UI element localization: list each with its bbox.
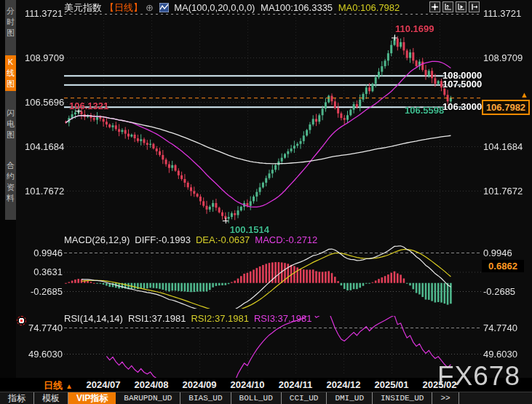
price-up-arrow-icon: ▲ <box>520 90 528 99</box>
month-label: 2024/10 <box>231 379 265 390</box>
ma100-value: MA100:106.3335 <box>261 2 333 13</box>
ma-settings: MA(100,0,20,0,0,0) <box>174 2 255 13</box>
rsi-params: RSI(14,14,14) <box>64 313 123 324</box>
macd-params: MACD(26,12,9) <box>64 234 130 245</box>
rsi-header: RSI(14,14,14)RSI1:37.1981RSI2:37.1981RSI… <box>64 313 317 324</box>
macd-dea: DEA:-0.0637 <box>196 234 250 245</box>
fx678-watermark: FX678 <box>437 361 520 392</box>
crosshair-icon[interactable] <box>429 1 440 12</box>
indicator-tab[interactable]: INSIDE_UD <box>373 392 432 404</box>
sidebar-tab-contract-info[interactable]: 合约资料 <box>5 159 16 205</box>
chart-title-bar: 美元指数【日线】⊕ MA(100,0,20,0,0,0) MA100:106.3… <box>64 1 402 13</box>
alert-sun-icon[interactable] <box>17 316 26 325</box>
low-price-annotation: 100.1514 <box>230 224 269 235</box>
axis-compress-icon[interactable] <box>442 1 453 12</box>
sidebar-tab-time-chart[interactable]: 分时图 <box>5 4 16 40</box>
rsi2-value: RSI2:37.1981 <box>191 313 249 324</box>
macd-header: MACD(26,12,9)DIFF:-0.1993DEA:-0.0637MACD… <box>64 234 322 245</box>
chart-canvas[interactable] <box>0 0 532 404</box>
high-price-annotation: 110.1699 <box>395 23 434 34</box>
indicator-tab[interactable]: VIP指标 <box>68 392 116 404</box>
axis-play-icon[interactable] <box>456 1 467 12</box>
macd-macd: MACD:-0.2712 <box>255 234 317 245</box>
indicator-tab[interactable]: DMI_UD <box>327 392 373 404</box>
macd-diff: DIFF:-0.1993 <box>135 234 191 245</box>
indicator-tab[interactable]: BOLL_UD <box>231 392 282 404</box>
left-sidebar: 分时图K线图闪电图合约资料 <box>0 0 16 404</box>
chart-toolbar <box>429 1 480 12</box>
month-label: 2024/08 <box>135 379 169 390</box>
month-label: 2024/09 <box>183 379 217 390</box>
symbol-name: 美元指数 <box>64 2 102 13</box>
period-selector[interactable]: 日线▲ <box>44 379 73 392</box>
rsi3-value: RSI3:37.1981 <box>254 313 312 324</box>
macd-value-badge: 0.6862 <box>482 260 524 272</box>
month-label: 2024/07 <box>87 379 121 390</box>
ma0-value: MA0:106.7982 <box>338 2 400 13</box>
left-high-annotation: 106.1321 <box>69 100 108 111</box>
month-label: 2025/01 <box>375 379 409 390</box>
indicator-tab-bar: 指标模板VIP指标BARUPDN_UDBIAS_UDBOLL_UDCCI_UDD… <box>0 392 532 404</box>
shift-right-icon[interactable] <box>469 1 480 12</box>
trading-terminal: 分时图K线图闪电图合约资料 美元指数【日线】⊕ MA(100,0,20,0,0,… <box>0 0 532 404</box>
chevron-up-icon: ▲ <box>65 382 73 390</box>
indicator-tab[interactable]: BIAS_UD <box>180 392 231 404</box>
period-tag: 【日线】 <box>105 2 143 13</box>
indicator-tab[interactable]: CCI_UD <box>282 392 327 404</box>
indicator-tab[interactable]: 指标 <box>0 392 34 404</box>
ma-value-annotation: 106.5598 <box>405 105 444 116</box>
add-indicator-icon[interactable]: ⊕ <box>146 2 154 13</box>
indicator-tab[interactable]: 模板 <box>34 392 68 404</box>
sidebar-tab-kline-chart[interactable]: K线图 <box>5 55 16 91</box>
indicator-tab[interactable]: BARUPDN_UD <box>116 392 180 404</box>
indicator-tab[interactable]: >> <box>432 392 458 404</box>
month-label: 2024/11 <box>279 379 312 390</box>
rsi1-value: RSI1:37.1981 <box>128 313 186 324</box>
month-label: 2024/12 <box>327 379 361 390</box>
sidebar-tab-flash-chart[interactable]: 闪电图 <box>5 106 16 142</box>
chart-bitmap-icon <box>159 3 169 12</box>
current-price-badge: 106.7982 <box>482 100 530 115</box>
